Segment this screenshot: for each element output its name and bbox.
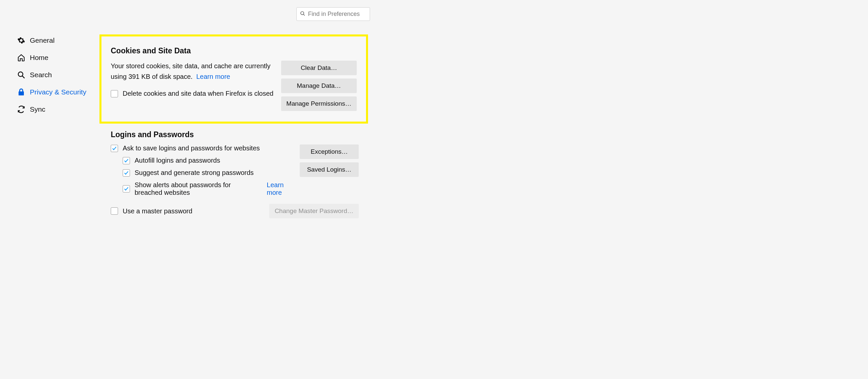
svg-line-3 (22, 76, 25, 78)
svg-point-0 (301, 11, 304, 14)
desc-usage: 391 KB (128, 73, 150, 80)
ask-save-row: Ask to save logins and passwords for web… (111, 144, 293, 152)
sidebar-item-sync[interactable]: Sync (17, 101, 96, 118)
autofill-label: Autofill logins and passwords (134, 157, 220, 164)
ask-save-label: Ask to save logins and passwords for web… (123, 144, 260, 152)
manage-data-button[interactable]: Manage Data… (281, 78, 357, 93)
home-icon (17, 54, 25, 62)
clear-data-button[interactable]: Clear Data… (281, 61, 357, 75)
delete-on-close-label: Delete cookies and site data when Firefo… (123, 90, 274, 97)
autofill-row: Autofill logins and passwords (123, 157, 293, 164)
sidebar-item-search[interactable]: Search (17, 66, 96, 83)
manage-permissions-button[interactable]: Manage Permissions… (281, 96, 357, 111)
master-password-row: Use a master password (111, 207, 192, 215)
svg-line-1 (303, 14, 305, 15)
main-content: Cookies and Site Data Your stored cookie… (96, 0, 381, 379)
suggest-row: Suggest and generate strong passwords (123, 169, 293, 177)
cookies-learn-more-link[interactable]: Learn more (196, 73, 230, 80)
saved-logins-button[interactable]: Saved Logins… (300, 162, 359, 177)
breach-label: Show alerts about passwords for breached… (134, 181, 254, 197)
sidebar-item-label: Privacy & Security (30, 88, 86, 96)
sidebar-item-label: Sync (30, 105, 45, 113)
breach-checkbox[interactable] (123, 185, 130, 193)
breach-row: Show alerts about passwords for breached… (123, 181, 293, 197)
sidebar-item-home[interactable]: Home (17, 49, 96, 66)
exceptions-button[interactable]: Exceptions… (300, 144, 359, 159)
breach-learn-more-link[interactable]: Learn more (267, 181, 293, 197)
suggest-checkbox[interactable] (123, 169, 130, 177)
cookies-title: Cookies and Site Data (111, 46, 357, 55)
cookies-description: Your stored cookies, site data, and cach… (111, 61, 275, 82)
cookies-section: Cookies and Site Data Your stored cookie… (99, 34, 368, 124)
logins-section: Logins and Passwords Ask to save logins … (99, 130, 368, 229)
search-box[interactable] (297, 7, 370, 21)
sidebar-item-label: Search (30, 71, 52, 79)
logins-title: Logins and Passwords (111, 130, 359, 139)
change-master-password-button: Change Master Password… (269, 204, 359, 218)
autofill-checkbox[interactable] (123, 157, 130, 164)
sidebar-item-label: Home (30, 54, 49, 62)
delete-on-close-row: Delete cookies and site data when Firefo… (111, 90, 275, 97)
sidebar-item-label: General (30, 36, 55, 44)
gear-icon (17, 36, 25, 44)
delete-on-close-checkbox[interactable] (111, 90, 118, 97)
sync-icon (17, 105, 25, 113)
master-password-label: Use a master password (123, 207, 192, 215)
desc-suffix: of disk space. (150, 73, 193, 80)
search-icon (300, 10, 305, 18)
sidebar-item-privacy[interactable]: Privacy & Security (17, 83, 96, 101)
sidebar-item-general[interactable]: General (17, 32, 96, 49)
search-container (297, 7, 370, 21)
ask-save-checkbox[interactable] (111, 145, 118, 152)
suggest-label: Suggest and generate strong passwords (134, 169, 254, 177)
search-icon (17, 71, 25, 79)
svg-point-2 (18, 72, 23, 76)
master-password-checkbox[interactable] (111, 207, 118, 215)
sidebar: General Home Search Privacy & Security S… (0, 0, 96, 379)
lock-icon (17, 88, 25, 96)
search-input[interactable] (308, 10, 385, 18)
